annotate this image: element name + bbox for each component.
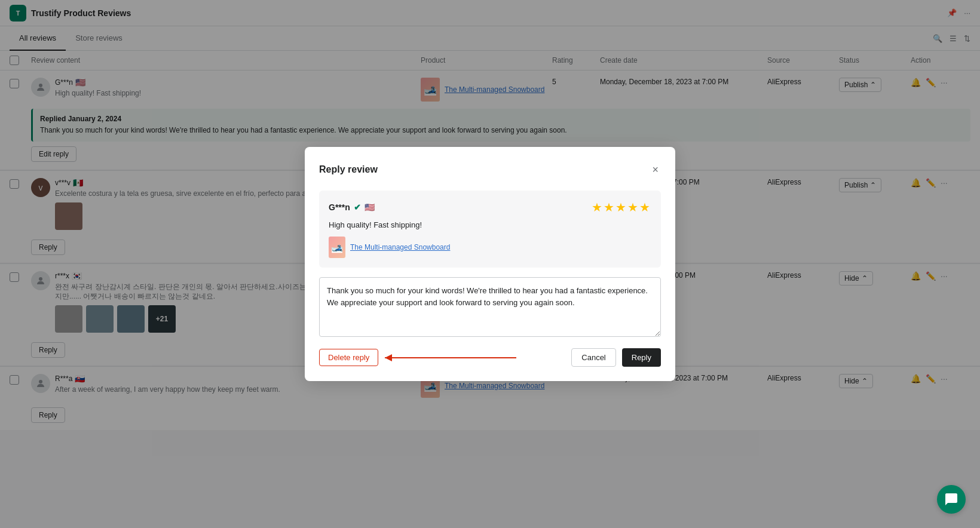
modal-reviewer-name: G***n ✔ 🇺🇸 [329, 202, 375, 212]
modal-overlay: Reply review × G***n ✔ 🇺🇸 ★★★★★ High qua… [0, 0, 980, 431]
verified-icon: ✔ [354, 202, 361, 212]
reply-review-modal: Reply review × G***n ✔ 🇺🇸 ★★★★★ High qua… [305, 147, 675, 382]
modal-actions: Cancel Reply [571, 348, 661, 367]
modal-header: Reply review × [319, 161, 661, 179]
star-rating: ★★★★★ [592, 200, 651, 214]
modal-footer: Delete reply Cancel Reply [319, 348, 661, 367]
svg-marker-4 [385, 354, 392, 361]
modal-product-thumb: 🎿 [329, 237, 345, 258]
modal-close-button[interactable]: × [650, 161, 661, 179]
delete-reply-wrapper: Delete reply [319, 349, 378, 366]
reply-submit-button[interactable]: Reply [622, 348, 661, 367]
modal-review-card: G***n ✔ 🇺🇸 ★★★★★ High quality! Fast ship… [319, 191, 661, 268]
modal-product-link[interactable]: The Multi-managed Snowboard [350, 243, 450, 251]
reply-textarea[interactable]: Thank you so much for your kind words! W… [319, 277, 661, 337]
modal-review-text: High quality! Fast shipping! [329, 219, 651, 231]
arrow-annotation [385, 349, 528, 367]
cancel-button[interactable]: Cancel [571, 348, 615, 367]
modal-product-row: 🎿 The Multi-managed Snowboard [329, 237, 651, 258]
delete-reply-button[interactable]: Delete reply [319, 349, 378, 366]
modal-reviewer-flag: 🇺🇸 [365, 202, 375, 212]
modal-reviewer-row: G***n ✔ 🇺🇸 ★★★★★ [329, 200, 651, 214]
modal-title: Reply review [319, 164, 378, 175]
